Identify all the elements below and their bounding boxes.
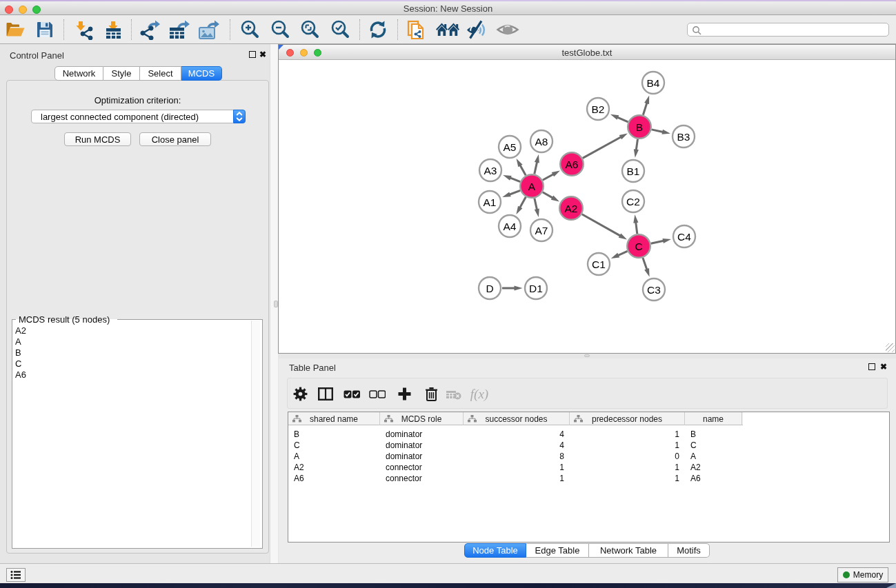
graph-edge[interactable] [636, 139, 637, 150]
export-network-icon[interactable] [138, 15, 160, 44]
zoom-selected-icon[interactable] [329, 15, 351, 44]
network-canvas[interactable]: B4B2BB3A8A5A6A3B1AA1C2A2A4A7C4CC1C3DD1 [279, 61, 895, 353]
table-cell-shared_name[interactable]: A2 [294, 463, 304, 472]
memory-button[interactable]: Memory [837, 567, 888, 582]
hide-selected-icon[interactable] [466, 15, 489, 44]
tab-mcds[interactable]: MCDS [181, 66, 222, 81]
graph-edge[interactable] [618, 251, 628, 255]
show-all-icon[interactable] [436, 15, 459, 44]
function-builder-icon[interactable]: f(x) [467, 378, 492, 409]
table-cell-name[interactable]: A2 [690, 463, 701, 472]
table-settings-icon[interactable] [291, 378, 309, 409]
table-row[interactable]: A2connector11A2 [288, 462, 889, 473]
import-table-icon[interactable] [102, 15, 124, 44]
table-cell-mcds_role[interactable]: dominator [386, 440, 422, 450]
graph-edge[interactable] [652, 130, 664, 132]
tab-select[interactable]: Select [140, 66, 181, 81]
graph-edge[interactable] [520, 165, 526, 176]
table-cell-name[interactable]: A6 [690, 474, 701, 483]
add-column-icon[interactable] [395, 378, 413, 409]
import-network-icon[interactable] [72, 15, 94, 44]
table-cell-predecessor[interactable]: 1 [570, 463, 679, 472]
table-cell-predecessor[interactable]: 1 [570, 474, 679, 483]
export-image-icon[interactable] [197, 15, 219, 44]
table-cell-shared_name[interactable]: A [294, 452, 299, 461]
horizontal-splitter-handle[interactable] [584, 354, 590, 357]
control-panel-close-button[interactable]: ✖ [259, 51, 266, 58]
column-header-MCDS-role[interactable]: MCDS role [380, 412, 464, 425]
graph-edge[interactable] [535, 199, 537, 210]
tab-node-table[interactable]: Node Table [464, 543, 526, 558]
control-panel-float-button[interactable] [249, 51, 256, 58]
zoom-in-icon[interactable] [239, 15, 261, 44]
column-header-successor-nodes[interactable]: successor nodes [464, 412, 570, 425]
table-row[interactable]: A6connector11A6 [288, 473, 889, 484]
mcds-result-list[interactable]: A2 A B C A6 [15, 325, 26, 381]
result-item[interactable]: A [15, 336, 26, 347]
table-cell-shared_name[interactable]: C [294, 440, 300, 450]
table-cell-name[interactable]: A [690, 452, 696, 461]
result-item[interactable]: C [15, 358, 26, 369]
graph-edge[interactable] [510, 178, 520, 182]
search-input[interactable] [687, 23, 889, 37]
column-header-predecessor-nodes[interactable]: predecessor nodes [570, 412, 685, 425]
graph-edge[interactable] [535, 162, 537, 174]
table-cell-name[interactable]: C [690, 440, 697, 450]
result-item[interactable]: A2 [15, 325, 26, 336]
deselect-all-icon[interactable] [368, 378, 386, 409]
graph-edge[interactable] [543, 192, 553, 198]
tab-edge-table[interactable]: Edge Table [526, 543, 589, 558]
graph-edge[interactable] [520, 197, 526, 208]
table-row[interactable]: Cdominator41C [288, 440, 889, 451]
toggle-panels-icon[interactable] [317, 378, 335, 409]
zoom-fit-icon[interactable] [299, 15, 321, 44]
result-item[interactable]: A6 [15, 369, 26, 381]
network-graph[interactable]: B4B2BB3A8A5A6A3B1AA1C2A2A4A7C4CC1C3DD1 [279, 61, 895, 353]
graph-edge[interactable] [582, 214, 621, 236]
network-window-titlebar[interactable]: testGlobe.txt [279, 45, 895, 60]
show-selected-icon[interactable] [496, 15, 519, 44]
result-scrollbar[interactable] [251, 321, 260, 547]
table-cell-shared_name[interactable]: A6 [294, 474, 304, 483]
table-cell-predecessor[interactable]: 1 [570, 440, 679, 450]
table-cell-mcds_role[interactable]: connector [386, 474, 422, 483]
result-item[interactable]: B [15, 347, 26, 358]
graph-edge[interactable] [510, 190, 521, 194]
graph-edge[interactable] [543, 174, 554, 181]
save-session-icon[interactable] [34, 15, 56, 44]
table-cell-mcds_role[interactable]: dominator [386, 452, 422, 461]
open-file-icon[interactable] [4, 15, 26, 44]
manage-networks-icon[interactable] [406, 15, 428, 44]
refresh-icon[interactable] [367, 15, 389, 44]
graph-edge[interactable] [651, 241, 664, 243]
table-cell-shared_name[interactable]: B [294, 429, 299, 439]
table-row[interactable]: Bdominator41B [288, 429, 889, 440]
select-all-icon[interactable] [343, 378, 361, 409]
tab-network-table[interactable]: Network Table [589, 543, 668, 558]
table-cell-name[interactable]: B [690, 429, 696, 439]
graph-edge[interactable] [617, 117, 628, 122]
table-cell-successor[interactable]: 4 [464, 440, 564, 450]
criterion-dropdown[interactable]: largest connected component (directed) [31, 110, 246, 123]
tab-style[interactable]: Style [103, 66, 140, 81]
column-header-shared-name[interactable]: shared name [288, 412, 380, 425]
graph-edge[interactable] [636, 222, 637, 234]
table-cell-predecessor[interactable]: 0 [570, 452, 679, 461]
run-mcds-button[interactable]: Run MCDS [64, 132, 131, 146]
table-row[interactable]: Adominator80A [288, 451, 889, 462]
task-history-button[interactable] [6, 568, 26, 582]
graph-edge[interactable] [583, 137, 621, 159]
table-cell-successor[interactable]: 1 [464, 463, 564, 472]
table-cell-successor[interactable]: 1 [464, 474, 564, 483]
table-panel-close-button[interactable]: ✖ [880, 363, 887, 370]
zoom-out-icon[interactable] [269, 15, 291, 44]
table-cell-successor[interactable]: 8 [464, 452, 564, 461]
tab-network[interactable]: Network [54, 66, 103, 81]
vertical-splitter-handle[interactable] [274, 301, 278, 307]
export-table-icon[interactable] [168, 15, 190, 44]
table-cell-successor[interactable]: 4 [464, 429, 564, 439]
delete-column-icon[interactable] [422, 378, 440, 409]
graph-edge[interactable] [643, 258, 647, 270]
column-header-name[interactable]: name [685, 412, 742, 425]
table-cell-mcds_role[interactable]: connector [386, 463, 422, 472]
